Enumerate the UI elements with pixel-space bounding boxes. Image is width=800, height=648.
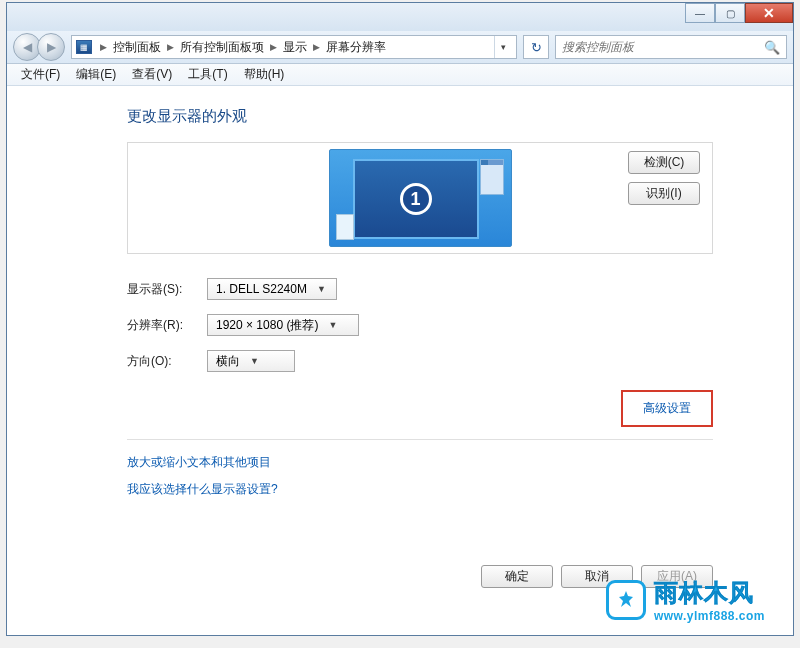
breadcrumb[interactable]: ▦ ▶ 控制面板 ▶ 所有控制面板项 ▶ 显示 ▶ 屏幕分辨率 ▾ <box>71 35 517 59</box>
search-input[interactable] <box>562 40 764 54</box>
minimize-button[interactable]: — <box>685 3 715 23</box>
menu-bar: 文件(F) 编辑(E) 查看(V) 工具(T) 帮助(H) <box>7 64 793 86</box>
menu-help[interactable]: 帮助(H) <box>236 64 293 85</box>
orientation-label: 方向(O): <box>127 353 207 370</box>
advanced-row: 高级设置 <box>127 390 713 427</box>
search-box[interactable]: 🔍 <box>555 35 787 59</box>
search-icon[interactable]: 🔍 <box>764 40 780 55</box>
display-preview-box: 1 检测(C) 识别(I) <box>127 142 713 254</box>
menu-tools[interactable]: 工具(T) <box>180 64 235 85</box>
monitor-secondary[interactable] <box>480 159 504 195</box>
menu-file[interactable]: 文件(F) <box>13 64 68 85</box>
chevron-down-icon: ▼ <box>250 356 259 366</box>
brand-title: 雨林木风 <box>654 577 754 609</box>
brand-url: www.ylmf888.com <box>654 609 765 623</box>
monitor-number-badge: 1 <box>400 183 432 215</box>
close-button[interactable]: ✕ <box>745 3 793 23</box>
forward-button[interactable]: ▶ <box>37 33 65 61</box>
chevron-right-icon: ▶ <box>163 42 178 52</box>
orientation-dropdown[interactable]: 横向 ▼ <box>207 350 295 372</box>
titlebar: — ▢ ✕ <box>7 3 793 31</box>
chevron-right-icon: ▶ <box>309 42 324 52</box>
monitor-thumb <box>336 214 354 240</box>
monitor-arrangement[interactable]: 1 <box>329 149 512 247</box>
identify-button[interactable]: 识别(I) <box>628 182 700 205</box>
address-bar: ◀ ▶ ▦ ▶ 控制面板 ▶ 所有控制面板项 ▶ 显示 ▶ 屏幕分辨率 ▾ ↻ … <box>7 31 793 64</box>
chevron-right-icon: ▶ <box>96 42 111 52</box>
brand-text: 雨林木风 www.ylmf888.com <box>654 577 765 623</box>
advanced-highlight: 高级设置 <box>621 390 713 427</box>
resolution-row: 分辨率(R): 1920 × 1080 (推荐) ▼ <box>127 314 713 336</box>
content-area: 更改显示器的外观 1 检测(C) 识别(I) 显示器(S): 1. DELL S… <box>7 87 793 635</box>
close-icon: ✕ <box>763 5 775 21</box>
help-link[interactable]: 我应该选择什么显示器设置? <box>127 481 713 498</box>
preview-side-buttons: 检测(C) 识别(I) <box>628 151 700 205</box>
orientation-row: 方向(O): 横向 ▼ <box>127 350 713 372</box>
orientation-value: 横向 <box>216 353 240 370</box>
breadcrumb-seg[interactable]: 显示 <box>281 39 309 56</box>
chevron-down-icon: ▼ <box>328 320 337 330</box>
chevron-down-icon: ▼ <box>317 284 326 294</box>
chevron-right-icon: ▶ <box>266 42 281 52</box>
breadcrumb-seg[interactable]: 所有控制面板项 <box>178 39 266 56</box>
ok-button[interactable]: 确定 <box>481 565 553 588</box>
text-size-link[interactable]: 放大或缩小文本和其他项目 <box>127 454 713 471</box>
breadcrumb-seg[interactable]: 控制面板 <box>111 39 163 56</box>
detect-button[interactable]: 检测(C) <box>628 151 700 174</box>
window-controls: — ▢ ✕ <box>685 3 793 23</box>
control-panel-icon: ▦ <box>76 40 92 54</box>
display-dropdown[interactable]: 1. DELL S2240M ▼ <box>207 278 337 300</box>
menu-edit[interactable]: 编辑(E) <box>68 64 124 85</box>
brand-watermark: 雨林木风 www.ylmf888.com <box>606 577 765 623</box>
monitor-1[interactable]: 1 <box>353 159 479 239</box>
resolution-label: 分辨率(R): <box>127 317 207 334</box>
resolution-value: 1920 × 1080 (推荐) <box>216 317 318 334</box>
control-panel-window: — ▢ ✕ ◀ ▶ ▦ ▶ 控制面板 ▶ 所有控制面板项 ▶ 显示 ▶ 屏幕分辨… <box>6 2 794 636</box>
nav-buttons: ◀ ▶ <box>13 33 65 61</box>
resolution-dropdown[interactable]: 1920 × 1080 (推荐) ▼ <box>207 314 359 336</box>
divider <box>127 439 713 440</box>
page-heading: 更改显示器的外观 <box>127 107 713 126</box>
display-value: 1. DELL S2240M <box>216 282 307 296</box>
brand-logo-icon <box>606 580 646 620</box>
display-row: 显示器(S): 1. DELL S2240M ▼ <box>127 278 713 300</box>
breadcrumb-dropdown[interactable]: ▾ <box>494 36 512 58</box>
breadcrumb-seg[interactable]: 屏幕分辨率 <box>324 39 388 56</box>
advanced-settings-link[interactable]: 高级设置 <box>643 401 691 415</box>
maximize-button[interactable]: ▢ <box>715 3 745 23</box>
display-label: 显示器(S): <box>127 281 207 298</box>
menu-view[interactable]: 查看(V) <box>124 64 180 85</box>
refresh-button[interactable]: ↻ <box>523 35 549 59</box>
